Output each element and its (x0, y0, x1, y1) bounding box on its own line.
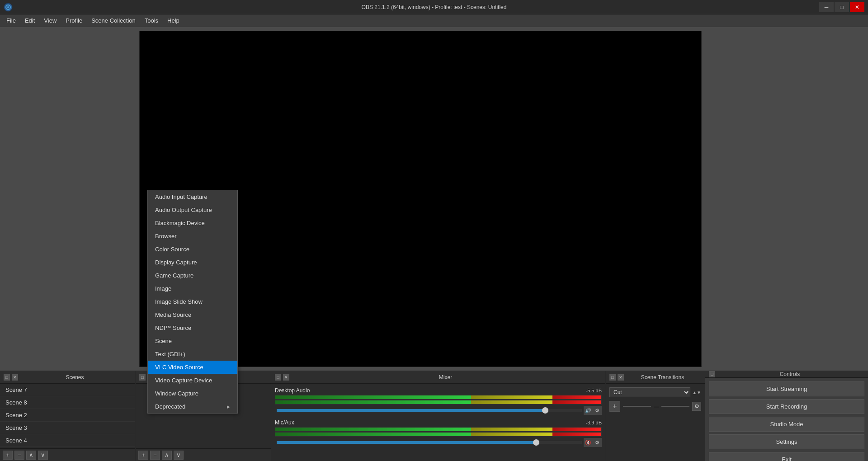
maximize-button[interactable]: □ (835, 2, 849, 12)
ctx-menu-item-1[interactable]: Audio Output Capture (148, 203, 237, 216)
mixer-channel-1: Mic/Aux-3.9 dB🔇⚙ (275, 419, 602, 447)
scenes-close-button[interactable]: ✕ (12, 374, 18, 381)
transition-line (623, 406, 651, 407)
menu-item-file[interactable]: File (2, 15, 20, 26)
ctx-menu-item-11[interactable]: Scene (148, 334, 237, 348)
scenes-dock: □ ✕ Scenes Scene 7Scene 8Scene 2Scene 3S… (0, 371, 136, 461)
ctx-menu-item-6[interactable]: Game Capture (148, 269, 237, 282)
channel-settings-button-0[interactable]: ⚙ (593, 406, 602, 415)
ctx-menu-item-16[interactable]: Deprecated (148, 400, 237, 413)
app-icon (4, 3, 13, 12)
channel-settings-button-1[interactable]: ⚙ (593, 438, 602, 447)
volume-track-1[interactable] (277, 441, 582, 444)
main-layout: □ ✕ Scenes Scene 7Scene 8Scene 2Scene 3S… (0, 27, 868, 461)
scenes-list: Scene 7Scene 8Scene 2Scene 3Scene 4 (0, 384, 135, 448)
close-button[interactable]: ✕ (850, 2, 864, 12)
scenes-down-button[interactable]: ∨ (38, 451, 48, 460)
mixer-ctrl-row-0: 🔊⚙ (275, 406, 602, 415)
menu-item-profile[interactable]: Profile (61, 15, 87, 26)
mute-button-1[interactable]: 🔇 (584, 438, 593, 447)
minimize-button[interactable]: ─ (819, 2, 834, 12)
scenes-panel-header: □ ✕ Scenes (0, 371, 135, 384)
ctx-menu-item-7[interactable]: Image (148, 282, 237, 295)
transitions-dock: □ ✕ Scene Transitions Cut Fade Swipe ▲▼ … (606, 371, 705, 461)
scene-item-4[interactable]: Scene 4 (0, 434, 135, 447)
scenes-add-button[interactable]: + (3, 451, 13, 460)
transition-add-button[interactable]: + (609, 401, 620, 412)
sources-add-button[interactable]: + (138, 451, 148, 460)
transition-line2 (661, 406, 689, 407)
sources-remove-button[interactable]: − (150, 451, 160, 460)
scenes-remove-button[interactable]: − (14, 451, 24, 460)
ctx-menu-item-5[interactable]: Display Capture (148, 256, 237, 269)
scene-item-2[interactable]: Scene 2 (0, 409, 135, 422)
volume-handle-1[interactable] (533, 439, 539, 446)
scenes-header-controls: □ ✕ (4, 374, 18, 381)
mixer-channel-name-1: Mic/Aux (275, 419, 294, 426)
ctx-menu-item-15[interactable]: Window Capture (148, 387, 237, 400)
mute-button-0[interactable]: 🔊 (584, 406, 593, 415)
scene-item-1[interactable]: Scene 8 (0, 396, 135, 409)
titlebar: OBS 21.1.2 (64bit, windows) - Profile: t… (0, 0, 868, 14)
scenes-up-button[interactable]: ∧ (26, 451, 36, 460)
mixer-channel-header-0: Desktop Audio-5.5 dB (275, 387, 602, 394)
titlebar-controls: ─ □ ✕ (819, 2, 864, 12)
meter-seg-red-1 (552, 428, 601, 431)
meter2-seg-yellow-1 (471, 433, 552, 436)
ctx-menu-item-14[interactable]: Video Capture Device (148, 374, 237, 387)
transitions-float-button[interactable]: □ (609, 374, 616, 381)
control-button-3[interactable]: Settings (709, 434, 864, 449)
sources-float-button[interactable]: □ (139, 374, 146, 381)
menu-item-view[interactable]: View (39, 15, 61, 26)
ctx-menu-item-13[interactable]: VLC Video Source (148, 361, 237, 374)
control-button-0[interactable]: Start Streaming (709, 381, 864, 396)
ctx-menu-item-0[interactable]: Audio Input Capture (148, 190, 237, 203)
mixer-dock: □ ✕ Mixer Desktop Audio-5.5 dB🔊⚙Mic/Aux-… (271, 371, 606, 461)
mixer-panel-header: □ ✕ Mixer (271, 371, 605, 384)
mixer-header-controls: □ ✕ (275, 374, 289, 381)
transition-dropdown[interactable]: Cut Fade Swipe (609, 387, 690, 397)
meter2-seg-green-1 (275, 433, 471, 436)
ctx-menu-item-2[interactable]: Blackmagic Device (148, 216, 237, 230)
transitions-close-button[interactable]: ✕ (618, 374, 624, 381)
transition-gear-button[interactable]: ⚙ (692, 402, 701, 411)
mixer-content: Desktop Audio-5.5 dB🔊⚙Mic/Aux-3.9 dB🔇⚙ (271, 384, 605, 461)
ctx-menu-item-10[interactable]: NDI™ Source (148, 321, 237, 334)
scene-item-0[interactable]: Scene 7 (0, 384, 135, 396)
control-button-2[interactable]: Studio Mode (709, 417, 864, 432)
ctx-menu-item-12[interactable]: Text (GDI+) (148, 348, 237, 361)
bottom-dock: □ ✕ Scenes Scene 7Scene 8Scene 2Scene 3S… (0, 371, 868, 461)
sources-toolbar: + − ∧ ∨ (136, 448, 271, 461)
ctx-menu-item-8[interactable]: Image Slide Show (148, 295, 237, 308)
transition-settings-icon: ▲▼ (692, 390, 701, 395)
transitions-panel-header: □ ✕ Scene Transitions (606, 371, 705, 384)
control-button-4[interactable]: Exit (709, 452, 864, 461)
meter-seg-green-0 (275, 395, 471, 399)
scene-item-3[interactable]: Scene 3 (0, 422, 135, 434)
mixer-float-button[interactable]: □ (275, 374, 281, 381)
mixer-meter-bar2-0 (275, 400, 602, 405)
transition-dash: — (654, 404, 659, 409)
mixer-close-button[interactable]: ✕ (283, 374, 289, 381)
scenes-float-button[interactable]: □ (4, 374, 10, 381)
menu-item-scene-collection[interactable]: Scene Collection (87, 15, 140, 26)
titlebar-left (4, 3, 13, 12)
volume-track-0[interactable] (277, 409, 582, 412)
controls-title: Controls (715, 371, 864, 377)
mixer-channel-db-0: -5.5 dB (586, 388, 602, 393)
ctx-menu-item-3[interactable]: Browser (148, 230, 237, 243)
meter2-seg-yellow-0 (471, 400, 552, 404)
controls-header-controls: □ (709, 371, 715, 377)
transitions-header-controls: □ ✕ (609, 374, 624, 381)
menu-item-help[interactable]: Help (163, 15, 184, 26)
sources-up-button[interactable]: ∧ (162, 451, 172, 460)
control-button-1[interactable]: Start Recording (709, 399, 864, 414)
menu-item-edit[interactable]: Edit (20, 15, 39, 26)
volume-handle-0[interactable] (542, 407, 548, 414)
controls-float-button[interactable]: □ (709, 371, 715, 377)
sources-down-button[interactable]: ∨ (174, 451, 184, 460)
menu-item-tools[interactable]: Tools (140, 15, 163, 26)
ctx-menu-item-9[interactable]: Media Source (148, 308, 237, 321)
ctx-menu-item-4[interactable]: Color Source (148, 243, 237, 256)
volume-fill-1 (277, 441, 536, 444)
